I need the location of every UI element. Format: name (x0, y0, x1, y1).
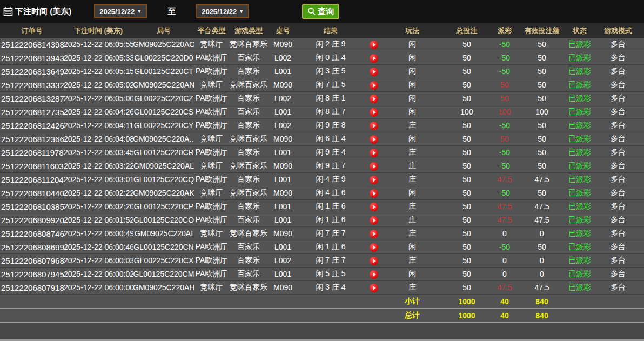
cell-order: 251222068086993 (0, 240, 64, 254)
cell-play_type: 庄 (384, 213, 441, 227)
cell-round: GM09025C220AI (133, 227, 194, 240)
play-video-icon[interactable] (370, 95, 378, 103)
play-video-icon[interactable] (370, 149, 378, 157)
play-video-icon[interactable] (370, 162, 378, 171)
cell-status: 已派彩 (567, 254, 592, 268)
cell-status: 已派彩 (567, 78, 592, 92)
play-video-icon[interactable] (370, 68, 378, 76)
column-header-total_bet: 总投注 (441, 23, 493, 38)
cell-result: 闲 1 庄 6 (297, 200, 364, 213)
play-video-icon[interactable] (370, 54, 378, 63)
subtotal-payout: 40 (493, 295, 516, 309)
cell-valid_bet: 47.5 (516, 173, 567, 186)
table-row: 2512220681333262025-12-22 06:05:02GM0902… (0, 78, 644, 92)
table-row: 2512220681328792025-12-22 06:05:00GL0022… (0, 92, 644, 105)
total-label: 总计 (384, 309, 441, 323)
cell-time: 2025-12-22 06:03:45 (64, 146, 133, 159)
cell-result: 闲 4 庄 9 (297, 173, 364, 186)
cell-order: 251222068079451 (0, 268, 64, 281)
cell-payout: 47.5 (493, 281, 516, 295)
cell-status: 已派彩 (567, 51, 592, 65)
cell-platform: 竞咪厅 (194, 186, 229, 200)
play-video-icon[interactable] (370, 81, 378, 90)
cell-game_type: 竞咪百家乐 (229, 159, 269, 173)
cell-mode: 多台 (592, 132, 644, 146)
cell-round: GL00125C220CQ (133, 173, 194, 186)
date-to-select[interactable]: 2025/12/22 ▼ (196, 4, 249, 18)
cell-result: 闲 7 庄 5 (297, 78, 364, 92)
cell-time: 2025-12-22 06:00:46 (64, 240, 133, 254)
cell-status: 已派彩 (567, 132, 592, 146)
cell-table_no: L002 (269, 119, 297, 132)
cell-mode: 多台 (592, 65, 644, 78)
cell-round: GL00125C220CT (133, 65, 194, 78)
empty-cell (567, 309, 592, 323)
cell-round: GM09025C220AH (133, 281, 194, 295)
empty-cell (592, 309, 644, 323)
table-row: 2512220680791872025-12-22 06:00:00GM0902… (0, 281, 644, 295)
cell-game_type: 竞咪百家乐 (229, 186, 269, 200)
cell-mode: 多台 (592, 227, 644, 240)
cell-status: 已派彩 (567, 281, 592, 295)
cell-valid_bet: 50 (516, 159, 567, 173)
cell-time: 2025-12-22 06:00:49 (64, 227, 133, 240)
table-row: 2512220681236622025-12-22 06:04:08GM0902… (0, 132, 644, 146)
cell-round: GL00225C220CZ (133, 92, 194, 105)
cell-round: GL00125C220CP (133, 200, 194, 213)
cell-play (364, 268, 384, 281)
cell-status: 已派彩 (567, 119, 592, 132)
play-video-icon[interactable] (370, 108, 378, 117)
cell-order: 251222068124263 (0, 119, 64, 132)
play-video-icon[interactable] (370, 122, 378, 130)
cell-total_bet: 100 (441, 105, 493, 119)
horizontal-scrollbar[interactable] (0, 339, 644, 341)
table-row: 2512220680796822025-12-22 06:00:03GL0022… (0, 254, 644, 268)
cell-total_bet: 50 (441, 213, 493, 227)
cell-payout: -50 (493, 159, 516, 173)
play-video-icon[interactable] (370, 189, 378, 198)
play-video-icon[interactable] (370, 284, 378, 292)
cell-table_no: M090 (269, 159, 297, 173)
cell-status: 已派彩 (567, 92, 592, 105)
cell-play (364, 132, 384, 146)
cell-platform: 竞咪厅 (194, 281, 229, 295)
cell-play_type: 闲 (384, 268, 441, 281)
cell-order: 251222068119782 (0, 146, 64, 159)
cell-table_no: M090 (269, 281, 297, 295)
play-video-icon[interactable] (370, 257, 378, 265)
cell-status: 已派彩 (567, 213, 592, 227)
table-row: 2512220680992062025-12-22 06:01:52GL0012… (0, 213, 644, 227)
cell-time: 2025-12-22 06:00:00 (64, 281, 133, 295)
filter-bar: 下注时间 (美东) 2025/12/22 ▼ 至 2025/12/22 ▼ 查询 (0, 0, 644, 23)
empty-cell (229, 309, 269, 323)
cell-payout: -50 (493, 146, 516, 159)
cell-total_bet: 50 (441, 78, 493, 92)
cell-mode: 多台 (592, 254, 644, 268)
cell-order: 251222068123662 (0, 132, 64, 146)
cell-mode: 多台 (592, 119, 644, 132)
play-video-icon[interactable] (370, 230, 378, 238)
table-row: 2512220681439812025-12-22 06:05:55GM0902… (0, 38, 644, 51)
cell-platform: PA欧洲厅 (194, 146, 229, 159)
cell-total_bet: 50 (441, 200, 493, 213)
play-video-icon[interactable] (370, 176, 378, 184)
play-video-icon[interactable] (370, 41, 378, 49)
date-from-select[interactable]: 2025/12/22 ▼ (94, 4, 147, 18)
play-video-icon[interactable] (370, 270, 378, 279)
query-button[interactable]: 查询 (302, 4, 339, 19)
cell-valid_bet: 50 (516, 51, 567, 65)
play-video-icon[interactable] (370, 216, 378, 225)
play-video-icon[interactable] (370, 243, 378, 252)
cell-status: 已派彩 (567, 240, 592, 254)
cell-platform: PA欧洲厅 (194, 51, 229, 65)
cell-play (364, 65, 384, 78)
cell-time: 2025-12-22 06:02:22 (64, 186, 133, 200)
cell-total_bet: 50 (441, 92, 493, 105)
cell-result: 闲 9 庄 7 (297, 159, 364, 173)
cell-round: GM09025C220AL (133, 159, 194, 173)
cell-game_type: 百家乐 (229, 65, 269, 78)
play-video-icon[interactable] (370, 203, 378, 211)
play-video-icon[interactable] (370, 135, 378, 144)
cell-play (364, 159, 384, 173)
cell-order: 251222068104405 (0, 186, 64, 200)
